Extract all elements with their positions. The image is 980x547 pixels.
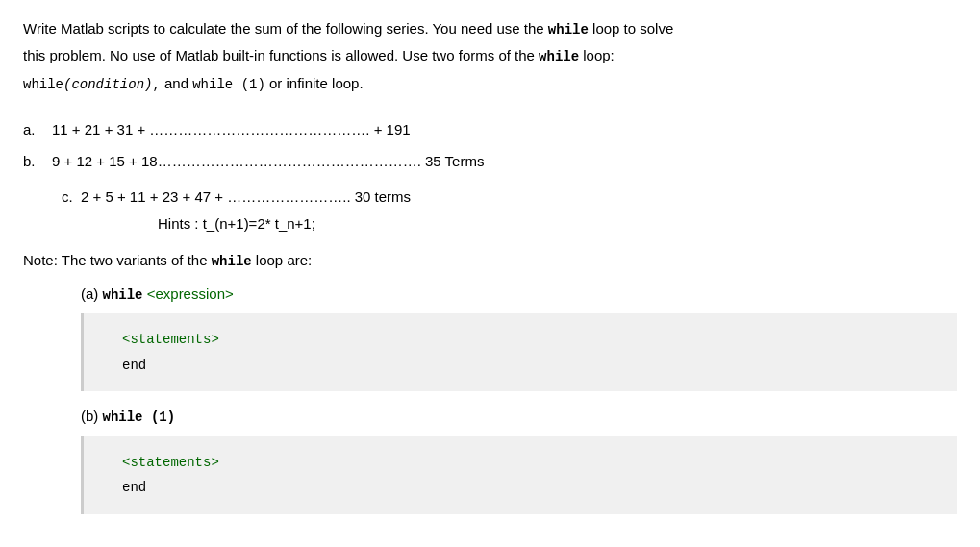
end-b-text: end xyxy=(122,480,146,495)
intro-and: and xyxy=(161,75,192,91)
intro-line2: this problem. No use of Matlab built-in … xyxy=(23,44,957,67)
variant-a-statements: <statements> xyxy=(122,327,938,353)
series-item-c: c. 2 + 5 + 11 + 23 + 47 + …………………….. 30 … xyxy=(62,184,957,210)
intro-while-keyword: while xyxy=(548,22,589,37)
note-pre: Note: The two variants of the xyxy=(23,252,212,268)
intro-while-keyword2: while xyxy=(539,49,579,64)
hint-line: Hints : t_(n+1)=2* t_n+1; xyxy=(158,215,957,232)
series-b-text: 9 + 12 + 15 + 18………………………………………………. 35 T… xyxy=(52,148,484,174)
variant-b-end: end xyxy=(122,475,938,501)
series-section: a. 11 + 21 + 31 + ………………………………………. + 191… xyxy=(23,116,957,174)
series-c-text: 2 + 5 + 11 + 23 + 47 + …………………….. 30 ter… xyxy=(81,184,411,210)
variant-b-codebox: <statements> end xyxy=(81,436,957,514)
variant-a-label-line: (a) while <expression> xyxy=(81,283,957,306)
end-a-text: end xyxy=(122,358,146,373)
intro-line2-post: loop: xyxy=(579,47,615,63)
statements-a-text: <statements> xyxy=(122,332,219,347)
series-c-block: c. 2 + 5 + 11 + 23 + 47 + …………………….. 30 … xyxy=(62,184,957,232)
intro-or-infinite: or infinite loop. xyxy=(265,75,364,91)
variant-a-while: while xyxy=(103,287,143,303)
note-line: Note: The two variants of the while loop… xyxy=(23,249,957,272)
intro-comma: , xyxy=(152,77,160,92)
note-post: loop are: xyxy=(252,252,313,268)
intro-while-code1: while xyxy=(23,77,63,92)
statements-b-text: <statements> xyxy=(122,455,219,470)
variant-a-expression: <expression> xyxy=(143,286,234,302)
variant-a-block: (a) while <expression> <statements> end xyxy=(23,283,957,392)
intro-condition: (condition) xyxy=(63,77,152,92)
variant-a-codebox: <statements> end xyxy=(81,313,957,391)
note-while-keyword: while xyxy=(212,254,252,269)
label-c: c. xyxy=(62,184,81,210)
intro-line2-text: this problem. No use of Matlab built-in … xyxy=(23,47,539,63)
intro-line3: while(condition), and while (1) or infin… xyxy=(23,72,957,95)
intro-while1-code: while (1) xyxy=(192,77,265,92)
series-item-b: b. 9 + 12 + 15 + 18………………………………………………. 3… xyxy=(23,148,957,174)
intro-line1-post: loop to solve xyxy=(589,20,673,37)
variant-a-label: (a) xyxy=(81,286,103,302)
variant-a-end: end xyxy=(122,353,938,379)
variant-b-block: (b) while (1) <statements> end xyxy=(23,405,957,514)
series-item-a: a. 11 + 21 + 31 + ………………………………………. + 191 xyxy=(23,116,957,142)
label-a: a. xyxy=(23,116,52,142)
variant-b-label: (b) xyxy=(81,408,103,424)
hint-text: Hints : t_(n+1)=2* t_n+1; xyxy=(158,215,315,232)
variant-b-statements: <statements> xyxy=(122,450,938,476)
intro-paragraph: Write Matlab scripts to calculate the su… xyxy=(23,17,957,40)
intro-line1-pre: Write Matlab scripts to calculate the su… xyxy=(23,20,548,37)
label-b: b. xyxy=(23,148,52,174)
series-a-text: 11 + 21 + 31 + ………………………………………. + 191 xyxy=(52,116,411,142)
note-section: Note: The two variants of the while loop… xyxy=(23,249,957,514)
variant-b-label-line: (b) while (1) xyxy=(81,405,957,428)
variant-b-while1: while (1) xyxy=(103,410,176,425)
